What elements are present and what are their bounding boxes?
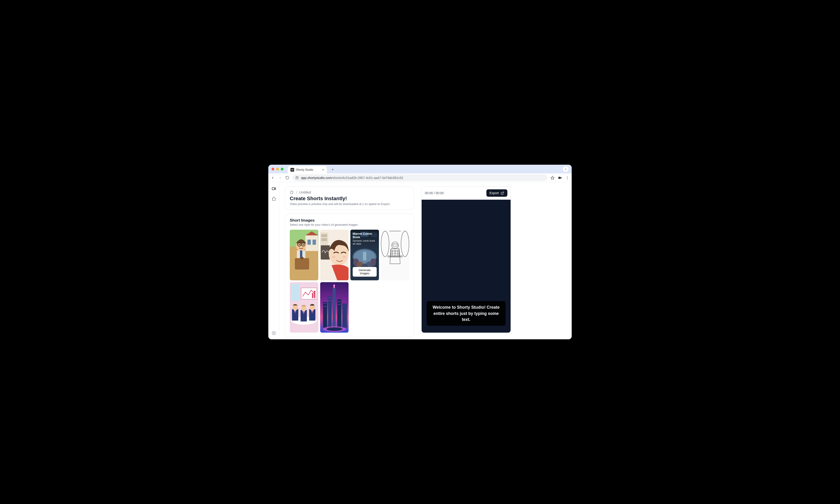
svg-rect-82 [342,303,347,327]
sidebar-logo-icon[interactable] [272,186,276,191]
back-button[interactable] [270,176,275,180]
svg-rect-80 [328,296,332,327]
svg-rect-63 [312,293,313,298]
svg-point-10 [273,332,274,334]
svg-point-93 [327,327,342,331]
preview-timecode: 00:00 / 00:00 [425,191,444,195]
tab-favicon-icon [291,168,294,172]
site-settings-icon [295,176,299,179]
svg-point-8 [567,179,568,179]
header-card: / Untitled Create Shorts Instantly! Vide… [285,186,414,210]
app-sidebar [268,182,279,339]
svg-rect-64 [314,291,315,298]
page-title: Create Shorts Instantly! [290,196,409,201]
section-title: Short Images [290,218,409,223]
style-tile-neon[interactable] [320,282,349,333]
breadcrumb: / Untitled [290,190,409,194]
style-overlay: Marvel Comic Book Dynamic comic book art… [350,230,379,280]
svg-rect-16 [313,239,316,245]
content-area: / Untitled Create Shorts Instantly! Vide… [279,182,572,339]
section-subtitle: Select one style for your video's AI-gen… [290,223,409,227]
svg-point-20 [298,244,300,245]
svg-rect-0 [291,169,293,170]
browser-tab[interactable]: Shorty Studio × [288,166,327,174]
svg-point-7 [567,177,568,178]
video-preview-canvas[interactable]: Welcome to Shorty Studio! Create entire … [421,200,511,333]
tab-title: Shorty Studio [296,168,313,172]
breadcrumb-home-icon[interactable] [290,190,294,194]
window-controls [272,168,283,170]
tabs-dropdown-button[interactable] [563,166,568,172]
page-subtitle: Video preview is preview only and will b… [290,202,409,206]
sidebar-home-icon[interactable] [272,197,276,201]
preview-panel: 00:00 / 00:00 Export Welcome to Shorty S… [421,186,511,335]
style-art [290,230,318,280]
style-tile-sketch[interactable] [381,230,409,280]
url-text: app.shortystudio.com/shorts/4c31ad2b-295… [301,176,403,180]
app-body: / Untitled Create Shorts Instantly! Vide… [268,182,572,339]
style-art [381,230,409,280]
chevron-down-icon [564,168,567,170]
style-tile-pixar[interactable] [290,230,318,280]
svg-rect-9 [272,187,274,190]
close-tab-button[interactable]: × [322,168,324,172]
svg-point-75 [310,305,315,310]
svg-rect-29 [321,238,327,241]
forward-button[interactable] [278,176,282,180]
external-link-icon [501,192,504,195]
svg-rect-5 [558,177,560,179]
reload-button[interactable] [285,176,289,180]
svg-point-21 [303,244,304,245]
export-label: Export [490,191,499,195]
svg-point-6 [567,176,568,177]
svg-rect-83 [333,288,335,327]
extension-icon[interactable] [558,176,562,180]
svg-rect-24 [295,258,309,269]
export-button[interactable]: Export [486,190,507,197]
svg-point-67 [293,305,298,310]
styles-grid: Marvel Comic Book Dynamic comic book art… [290,230,409,332]
svg-rect-28 [321,234,327,237]
style-art [320,230,349,280]
svg-rect-25 [301,257,303,259]
svg-rect-61 [291,284,299,301]
menu-button[interactable] [565,176,570,180]
generate-images-button[interactable]: Generate Images [353,267,377,277]
close-window-button[interactable] [272,168,274,170]
browser-window: Shorty Studio × + app.shortystudio.com/s… [268,165,572,339]
sidebar-settings-icon[interactable] [272,331,276,335]
breadcrumb-title: Untitled [299,190,311,194]
svg-rect-13 [305,235,318,251]
svg-rect-81 [337,299,341,327]
maximize-window-button[interactable] [281,168,283,170]
style-description: Dynamic comic book art style [353,239,377,245]
titlebar: Shorty Studio × + [268,165,572,174]
style-tile-anime[interactable] [320,230,349,280]
style-art [290,282,318,333]
new-tab-button[interactable]: + [330,166,336,173]
svg-point-32 [332,256,335,258]
breadcrumb-separator: / [296,190,297,194]
minimize-window-button[interactable] [276,168,279,170]
bookmark-button[interactable] [550,176,555,180]
preview-caption: Welcome to Shorty Studio! Create entire … [427,301,506,325]
address-bar[interactable]: app.shortystudio.com/shorts/4c31ad2b-295… [293,174,547,181]
style-art [320,282,349,333]
svg-rect-77 [312,310,312,313]
svg-rect-73 [303,311,304,313]
short-images-section: Short Images Select one style for your v… [285,214,414,337]
svg-point-85 [333,285,335,286]
svg-point-33 [343,256,346,258]
style-tile-pixel[interactable] [290,282,318,333]
svg-rect-15 [308,239,311,245]
svg-point-71 [301,306,306,311]
svg-rect-69 [295,310,295,313]
style-tile-comic[interactable]: Marvel Comic Book Dynamic comic book art… [350,230,379,280]
browser-toolbar: app.shortystudio.com/shorts/4c31ad2b-295… [268,174,572,182]
style-name: Marvel Comic Book [353,232,377,239]
svg-marker-4 [551,176,554,179]
preview-header: 00:00 / 00:00 Export [421,186,511,200]
svg-rect-79 [323,302,327,327]
svg-line-94 [502,192,504,193]
